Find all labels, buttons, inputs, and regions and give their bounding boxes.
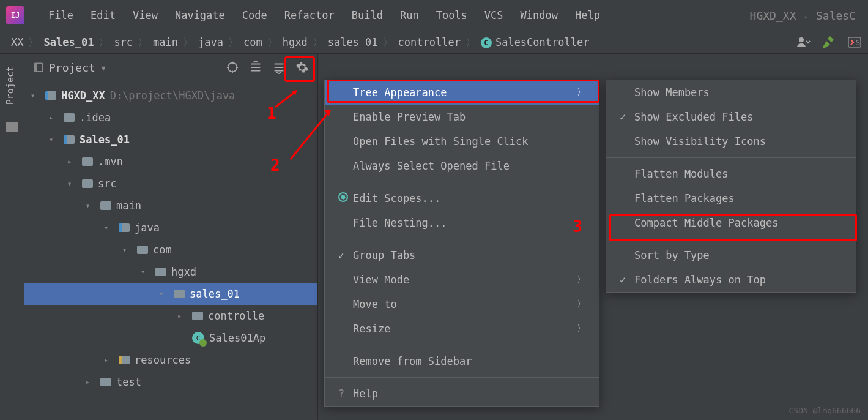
tree-src-row[interactable]: ▾src [24, 173, 317, 195]
panel-title[interactable]: Project ▾ [33, 61, 107, 74]
expand-all-icon[interactable] [249, 61, 262, 74]
module-icon [64, 135, 75, 144]
select-opened-icon[interactable] [226, 61, 239, 74]
menu-edit[interactable]: Edit [82, 9, 124, 21]
tree-controller-row[interactable]: ▸controlle [24, 305, 317, 327]
annotation-arrow-2 [287, 101, 336, 162]
crumb-sales01[interactable]: sales_01 [323, 36, 383, 48]
menu-view[interactable]: View [124, 9, 166, 21]
menu-enable-preview[interactable]: Enable Preview Tab [325, 105, 599, 129]
tree-java-row[interactable]: ▾java [24, 217, 317, 239]
panel-icon [33, 62, 44, 73]
menu-window[interactable]: Window [512, 9, 566, 21]
menu-file[interactable]: File [40, 9, 82, 21]
menu-separator [606, 157, 856, 158]
annotation-3: 3 [573, 217, 582, 236]
menu-separator [325, 182, 599, 182]
resources-folder-icon [119, 356, 130, 364]
tree-hgxd-row[interactable]: ▾hgxd [24, 261, 317, 283]
menu-tree-appearance[interactable]: Tree Appearance〉 [325, 80, 599, 105]
crumb-main[interactable]: main [148, 36, 183, 48]
user-icon[interactable] [796, 35, 811, 50]
annotation-1: 1 [267, 104, 276, 122]
crumb-root[interactable]: XX [6, 36, 28, 48]
menu-view-mode[interactable]: View Mode〉 [325, 268, 599, 292]
crumb-java[interactable]: java [193, 36, 228, 48]
toolbar-right: S [796, 35, 862, 50]
menu-help[interactable]: ?Help [325, 381, 599, 406]
svg-point-5 [228, 63, 237, 72]
sidebar-rail: Project [0, 54, 24, 420]
tree-resources-row[interactable]: ▸resources [24, 349, 317, 371]
crumb-hgxd[interactable]: hgxd [278, 36, 313, 48]
folder-icon [100, 378, 111, 386]
crumb-sales[interactable]: Sales_01 [39, 36, 98, 48]
tree-sales01-row[interactable]: ▾sales_01 [24, 283, 317, 305]
menu-group-tabs[interactable]: ✓Group Tabs [325, 243, 599, 268]
menu-run[interactable]: Run [391, 9, 428, 21]
menu-edit-scopes[interactable]: Edit Scopes... [325, 186, 599, 211]
menu-show-excluded[interactable]: ✓Show Excluded Files [606, 105, 856, 129]
menu-tools[interactable]: Tools [428, 9, 476, 21]
menu-navigate[interactable]: Navigate [166, 9, 234, 21]
menu-sort-by-type[interactable]: Sort by Type [606, 243, 856, 268]
run-config-icon[interactable]: S [847, 35, 862, 50]
module-icon [45, 91, 56, 100]
package-icon [174, 290, 185, 298]
folder-icon [82, 179, 93, 188]
structure-icon[interactable] [6, 122, 18, 132]
hammer-icon[interactable] [822, 35, 836, 50]
gear-icon[interactable] [295, 61, 309, 74]
svg-text:S: S [856, 39, 860, 47]
svg-point-0 [799, 37, 804, 42]
menu-code[interactable]: Code [234, 9, 276, 21]
breadcrumb-bar: XX〉 Sales_01〉 src〉 main〉 java〉 com〉 hgxd… [0, 31, 868, 54]
sidebar-tab-project[interactable]: Project [0, 54, 21, 117]
svg-rect-4 [34, 63, 37, 72]
tree-sales01app-row[interactable]: CSales01Ap [24, 327, 317, 349]
menu-separator [325, 377, 599, 378]
menu-remove-sidebar[interactable]: Remove from Sidebar [325, 349, 599, 373]
app-icon: IJ [6, 6, 24, 24]
tree-com-row[interactable]: ▾com [24, 239, 317, 261]
tree-main-row[interactable]: ▾main [24, 195, 317, 217]
menu-folders-top[interactable]: ✓Folders Always on Top [606, 268, 856, 292]
menu-flatten-packages[interactable]: Flatten Packages [606, 186, 856, 211]
menu-show-visibility[interactable]: Show Visibility Icons [606, 129, 856, 154]
window-title: HGXD_XX - SalesC [750, 9, 862, 22]
crumb-src[interactable]: src [109, 36, 138, 48]
menu-open-single-click[interactable]: Open Files with Single Click [325, 129, 599, 154]
menu-file-nesting[interactable]: File Nesting... [325, 211, 599, 235]
annotation-2: 2 [270, 156, 280, 174]
menu-flatten-modules[interactable]: Flatten Modules [606, 162, 856, 186]
folder-icon [100, 201, 111, 210]
folder-icon [82, 157, 93, 166]
crumb-com[interactable]: com [239, 36, 267, 48]
crumb-controller[interactable]: controller [393, 36, 466, 48]
tree-appearance-submenu: Show Members ✓Show Excluded Files Show V… [606, 80, 856, 293]
menu-separator [606, 239, 856, 239]
tree-test-row[interactable]: ▸test [24, 371, 317, 393]
settings-menu: Tree Appearance〉 Enable Preview Tab Open… [324, 80, 599, 407]
project-tree: ▾HGXD_XXD:\project\HGXD\java ▸.idea ▾Sal… [24, 81, 317, 397]
menu-refactor[interactable]: Refactor [276, 9, 343, 21]
menu-build[interactable]: Build [343, 9, 391, 21]
menu-vcs[interactable]: VCS [476, 9, 512, 21]
menu-separator [325, 345, 599, 345]
src-folder-icon [119, 223, 130, 232]
menu-move-to[interactable]: Move to〉 [325, 292, 599, 317]
package-icon [192, 312, 203, 320]
menu-compact-middle[interactable]: Compact Middle Packages [606, 211, 856, 235]
menu-resize[interactable]: Resize〉 [325, 317, 599, 341]
watermark: CSDN @lmq666666 [789, 406, 861, 415]
package-icon [155, 268, 166, 276]
crumb-class[interactable]: CSalesController [476, 36, 595, 48]
radio-icon [338, 192, 353, 204]
folder-icon [64, 113, 75, 122]
tree-sales-row[interactable]: ▾Sales_01 [24, 129, 317, 151]
menu-help[interactable]: Help [566, 9, 609, 21]
menu-show-members[interactable]: Show Members [606, 80, 856, 105]
collapse-all-icon[interactable] [272, 61, 286, 74]
menubar: IJ File Edit View Navigate Code Refactor… [0, 0, 868, 31]
menu-always-select[interactable]: Always Select Opened File [325, 154, 599, 178]
